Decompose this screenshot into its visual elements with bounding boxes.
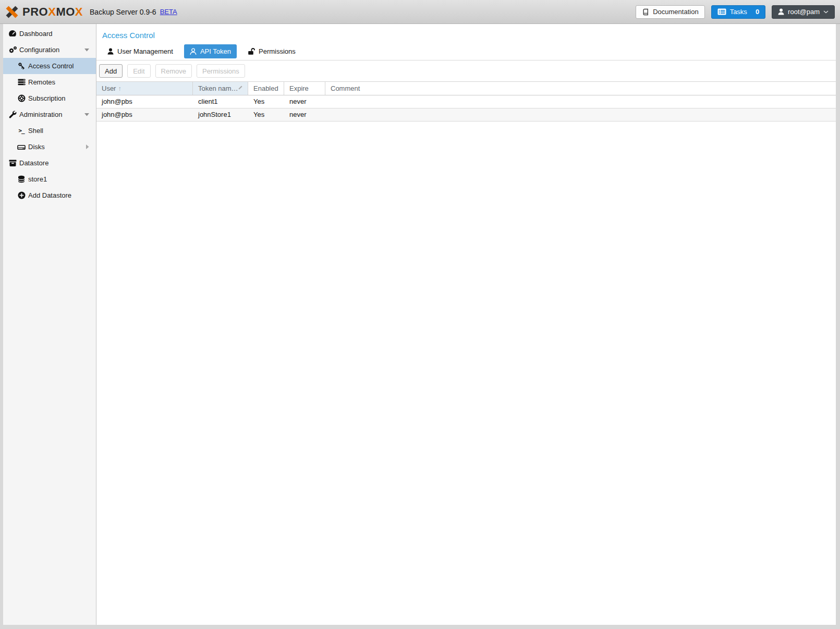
- table-header-row: User↑ Token nam… Enabled Expire Comment: [96, 81, 836, 95]
- caret-right-icon[interactable]: [86, 144, 89, 149]
- tab-label: API Token: [200, 47, 231, 55]
- documentation-button[interactable]: Documentation: [636, 5, 704, 19]
- sidebar-item-label: Datastore: [19, 159, 48, 167]
- edit-button[interactable]: Edit: [127, 64, 150, 78]
- sidebar-item-label: store1: [28, 175, 47, 183]
- chevron-down-icon: [823, 10, 829, 14]
- sidebar-item-label: Disks: [28, 143, 45, 151]
- tachometer-icon: [8, 30, 17, 38]
- book-icon: [642, 8, 649, 16]
- sidebar-item-administration[interactable]: Administration: [3, 106, 96, 123]
- caret-down-icon[interactable]: [84, 113, 89, 116]
- page-title: Access Control: [96, 24, 836, 40]
- sidebar-item-label: Subscription: [28, 94, 66, 102]
- sidebar-item-remotes[interactable]: Remotes: [3, 74, 96, 90]
- user-icon: [778, 8, 784, 15]
- app-body: Dashboard Configuration: [3, 24, 836, 625]
- cell-user: john@pbs: [96, 95, 193, 108]
- tasks-label: Tasks: [730, 8, 747, 16]
- key-icon: [17, 62, 26, 70]
- logo-wordmark: PROXMOX: [22, 5, 83, 19]
- sidebar: Dashboard Configuration: [3, 24, 96, 625]
- add-button[interactable]: Add: [99, 64, 123, 78]
- proxmox-backup-server-app: { "header": { "logo": { "parts": ["PRO",…: [0, 0, 840, 629]
- user-menu-label: root@pam: [788, 8, 820, 16]
- sidebar-item-label: Configuration: [19, 46, 59, 54]
- sidebar-item-datastore[interactable]: Datastore: [3, 155, 96, 171]
- caret-down-icon[interactable]: [84, 49, 89, 52]
- cell-enabled: Yes: [248, 95, 284, 108]
- tasks-button[interactable]: Tasks 0: [711, 5, 765, 19]
- cell-expire: never: [284, 95, 325, 108]
- tab-label: Permissions: [259, 47, 296, 55]
- cell-token-name: johnStore1: [193, 108, 248, 121]
- sidebar-item-label: Dashboard: [19, 30, 53, 38]
- documentation-label: Documentation: [653, 8, 698, 16]
- sidebar-item-label: Administration: [19, 111, 62, 118]
- grid-toolbar: Add Edit Remove Permissions: [96, 61, 836, 81]
- sort-ascending-icon: ↑: [118, 85, 121, 92]
- sidebar-item-label: Access Control: [28, 62, 74, 70]
- column-header-user[interactable]: User↑: [96, 82, 193, 95]
- cell-enabled: Yes: [248, 108, 284, 121]
- database-icon: [17, 175, 26, 183]
- column-header-comment[interactable]: Comment: [325, 82, 836, 95]
- table-row[interactable]: john@pbs client1 Yes never: [96, 95, 836, 108]
- sidebar-item-disks[interactable]: Disks: [3, 139, 96, 155]
- logo-part: X: [48, 5, 56, 18]
- sidebar-item-label: Add Datastore: [28, 191, 71, 199]
- tasks-list-icon: [717, 8, 726, 15]
- sidebar-item-access-control[interactable]: Access Control: [3, 58, 96, 74]
- column-header-enabled[interactable]: Enabled: [248, 82, 284, 95]
- proxmox-logo: PROXMOX: [5, 5, 83, 19]
- permissions-button[interactable]: Permissions: [197, 64, 245, 78]
- cell-comment: [325, 108, 836, 121]
- sidebar-item-dashboard[interactable]: Dashboard: [3, 26, 96, 42]
- tab-label: User Management: [117, 47, 173, 55]
- cell-expire: never: [284, 108, 325, 121]
- top-actions: Documentation Tasks 0 root@pam: [636, 5, 835, 19]
- tab-strip: User Management API Token: [96, 44, 836, 61]
- proxmox-x-icon: [5, 5, 19, 19]
- product-version-label: Backup Server 0.9-6: [90, 8, 156, 16]
- sort-arrow-fragment-icon: [238, 86, 242, 89]
- logo-part: MO: [56, 5, 75, 18]
- cell-user: john@pbs: [96, 108, 193, 121]
- tab-api-token[interactable]: API Token: [184, 44, 237, 58]
- api-token-table: User↑ Token nam… Enabled Expire Comment …: [96, 81, 836, 122]
- sidebar-item-label: Remotes: [28, 78, 55, 86]
- cogs-icon: [8, 46, 17, 54]
- content-panel: Access Control User Management: [96, 24, 836, 625]
- top-bar: PROXMOX Backup Server 0.9-6 BETA Documen…: [0, 0, 840, 24]
- sidebar-item-store1[interactable]: store1: [3, 171, 96, 187]
- sidebar-item-subscription[interactable]: Subscription: [3, 90, 96, 106]
- server-icon: [17, 79, 26, 86]
- terminal-icon: >_: [17, 127, 26, 134]
- tasks-count-badge: 0: [756, 8, 759, 16]
- user-menu-button[interactable]: root@pam: [772, 5, 835, 19]
- tab-permissions[interactable]: Permissions: [242, 44, 301, 58]
- life-ring-icon: [17, 94, 26, 102]
- wrench-icon: [8, 111, 17, 118]
- plus-circle-icon: [17, 191, 26, 199]
- sidebar-item-add-datastore[interactable]: Add Datastore: [3, 187, 96, 203]
- cell-comment: [325, 95, 836, 108]
- user-icon: [107, 48, 114, 55]
- logo-part: X: [75, 5, 83, 18]
- sidebar-item-configuration[interactable]: Configuration: [3, 42, 96, 58]
- column-header-expire[interactable]: Expire: [284, 82, 325, 95]
- archive-box-icon: [8, 159, 17, 167]
- beta-link[interactable]: BETA: [160, 8, 177, 16]
- sidebar-item-label: Shell: [28, 127, 43, 135]
- logo-part: PRO: [22, 5, 48, 18]
- user-outline-icon: [190, 48, 197, 55]
- table-row[interactable]: john@pbs johnStore1 Yes never: [96, 108, 836, 122]
- hdd-icon: [17, 143, 26, 151]
- cell-token-name: client1: [193, 95, 248, 108]
- remove-button[interactable]: Remove: [155, 64, 192, 78]
- tab-user-management[interactable]: User Management: [102, 44, 179, 58]
- unlock-icon: [248, 47, 255, 55]
- sidebar-item-shell[interactable]: >_ Shell: [3, 123, 96, 139]
- column-header-token-name[interactable]: Token nam…: [193, 82, 248, 95]
